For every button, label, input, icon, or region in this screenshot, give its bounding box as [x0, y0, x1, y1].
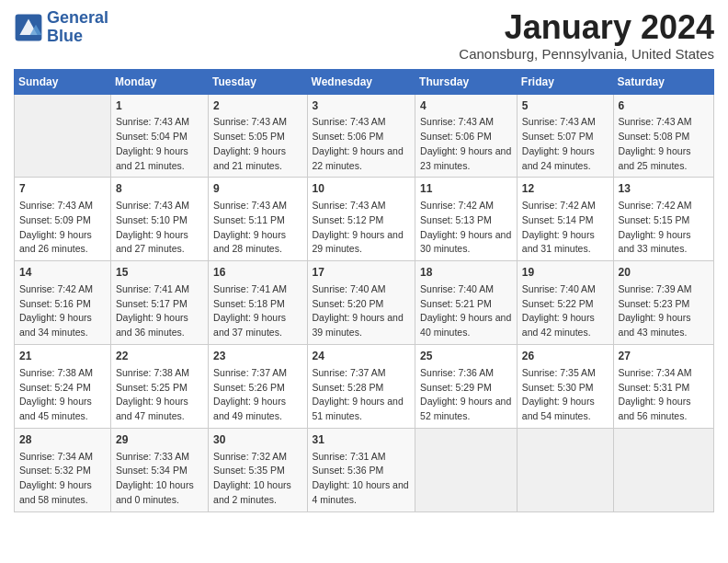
weekday-header: Monday: [111, 69, 209, 94]
calendar-cell: [415, 428, 518, 511]
day-number: 6: [619, 98, 709, 114]
calendar-cell: 22Sunrise: 7:38 AMSunset: 5:25 PMDayligh…: [111, 344, 209, 428]
day-info: Sunrise: 7:43 AMSunset: 5:09 PMDaylight:…: [19, 199, 106, 257]
weekday-header: Wednesday: [307, 69, 415, 94]
calendar-cell: 24Sunrise: 7:37 AMSunset: 5:28 PMDayligh…: [307, 344, 415, 428]
day-number: 3: [313, 98, 411, 114]
day-info: Sunrise: 7:42 AMSunset: 5:16 PMDaylight:…: [19, 282, 106, 340]
page-header: General Blue January 2024 Canonsburg, Pe…: [14, 9, 714, 62]
calendar-cell: [15, 94, 111, 178]
day-number: 1: [116, 98, 203, 114]
day-number: 25: [420, 349, 512, 364]
day-number: 14: [19, 265, 106, 281]
day-number: 2: [213, 98, 301, 114]
day-info: Sunrise: 7:42 AMSunset: 5:13 PMDaylight:…: [420, 199, 512, 257]
calendar-cell: 4Sunrise: 7:43 AMSunset: 5:06 PMDaylight…: [415, 94, 518, 178]
day-number: 21: [19, 349, 106, 364]
day-info: Sunrise: 7:42 AMSunset: 5:15 PMDaylight:…: [619, 199, 709, 257]
day-info: Sunrise: 7:43 AMSunset: 5:11 PMDaylight:…: [213, 199, 301, 257]
logo-text: General Blue: [47, 9, 108, 46]
day-number: 18: [420, 265, 512, 281]
day-info: Sunrise: 7:33 AMSunset: 5:34 PMDaylight:…: [116, 450, 203, 508]
calendar-cell: 5Sunrise: 7:43 AMSunset: 5:07 PMDaylight…: [517, 94, 613, 178]
calendar-cell: 12Sunrise: 7:42 AMSunset: 5:14 PMDayligh…: [517, 178, 613, 261]
day-info: Sunrise: 7:41 AMSunset: 5:18 PMDaylight:…: [213, 282, 301, 340]
weekday-header: Friday: [517, 69, 613, 94]
calendar-cell: 15Sunrise: 7:41 AMSunset: 5:17 PMDayligh…: [111, 261, 209, 345]
day-info: Sunrise: 7:35 AMSunset: 5:30 PMDaylight:…: [522, 366, 609, 424]
day-number: 12: [522, 181, 609, 197]
calendar-week-row: 21Sunrise: 7:38 AMSunset: 5:24 PMDayligh…: [15, 344, 714, 428]
calendar-cell: 18Sunrise: 7:40 AMSunset: 5:21 PMDayligh…: [415, 261, 518, 345]
day-info: Sunrise: 7:38 AMSunset: 5:25 PMDaylight:…: [116, 366, 203, 424]
day-info: Sunrise: 7:32 AMSunset: 5:35 PMDaylight:…: [213, 450, 301, 508]
calendar-cell: 23Sunrise: 7:37 AMSunset: 5:26 PMDayligh…: [209, 344, 307, 428]
day-info: Sunrise: 7:43 AMSunset: 5:08 PMDaylight:…: [619, 115, 709, 173]
day-number: 20: [619, 265, 709, 281]
day-info: Sunrise: 7:37 AMSunset: 5:26 PMDaylight:…: [213, 366, 301, 424]
calendar-cell: 7Sunrise: 7:43 AMSunset: 5:09 PMDaylight…: [15, 178, 111, 261]
day-info: Sunrise: 7:40 AMSunset: 5:21 PMDaylight:…: [420, 282, 512, 340]
day-number: 23: [213, 349, 301, 364]
calendar-cell: 3Sunrise: 7:43 AMSunset: 5:06 PMDaylight…: [307, 94, 415, 178]
day-info: Sunrise: 7:37 AMSunset: 5:28 PMDaylight:…: [313, 366, 411, 424]
calendar-cell: 1Sunrise: 7:43 AMSunset: 5:04 PMDaylight…: [111, 94, 209, 178]
calendar-cell: 10Sunrise: 7:43 AMSunset: 5:12 PMDayligh…: [307, 178, 415, 261]
month-title: January 2024: [459, 9, 714, 46]
day-info: Sunrise: 7:43 AMSunset: 5:12 PMDaylight:…: [313, 199, 411, 257]
calendar-cell: 6Sunrise: 7:43 AMSunset: 5:08 PMDaylight…: [613, 94, 713, 178]
day-number: 5: [522, 98, 609, 114]
calendar-cell: 25Sunrise: 7:36 AMSunset: 5:29 PMDayligh…: [415, 344, 518, 428]
day-number: 22: [116, 349, 203, 364]
calendar-week-row: 28Sunrise: 7:34 AMSunset: 5:32 PMDayligh…: [15, 428, 714, 511]
calendar-week-row: 14Sunrise: 7:42 AMSunset: 5:16 PMDayligh…: [15, 261, 714, 345]
day-info: Sunrise: 7:43 AMSunset: 5:06 PMDaylight:…: [313, 115, 411, 173]
day-number: 16: [213, 265, 301, 281]
day-info: Sunrise: 7:36 AMSunset: 5:29 PMDaylight:…: [420, 366, 512, 424]
day-info: Sunrise: 7:43 AMSunset: 5:06 PMDaylight:…: [420, 115, 512, 173]
day-number: 26: [522, 349, 609, 364]
location: Canonsburg, Pennsylvania, United States: [459, 46, 714, 62]
logo: General Blue: [14, 9, 108, 46]
logo-icon: [14, 13, 43, 42]
calendar-cell: 21Sunrise: 7:38 AMSunset: 5:24 PMDayligh…: [15, 344, 111, 428]
calendar-cell: 17Sunrise: 7:40 AMSunset: 5:20 PMDayligh…: [307, 261, 415, 345]
calendar-cell: 20Sunrise: 7:39 AMSunset: 5:23 PMDayligh…: [613, 261, 713, 345]
day-number: 28: [19, 432, 106, 448]
day-number: 8: [116, 181, 203, 197]
day-info: Sunrise: 7:43 AMSunset: 5:05 PMDaylight:…: [213, 115, 301, 173]
weekday-header: Tuesday: [209, 69, 307, 94]
day-number: 15: [116, 265, 203, 281]
day-info: Sunrise: 7:40 AMSunset: 5:22 PMDaylight:…: [522, 282, 609, 340]
day-info: Sunrise: 7:43 AMSunset: 5:07 PMDaylight:…: [522, 115, 609, 173]
calendar-cell: 31Sunrise: 7:31 AMSunset: 5:36 PMDayligh…: [307, 428, 415, 511]
day-number: 13: [619, 181, 709, 197]
calendar-cell: 30Sunrise: 7:32 AMSunset: 5:35 PMDayligh…: [209, 428, 307, 511]
day-info: Sunrise: 7:34 AMSunset: 5:32 PMDaylight:…: [19, 450, 106, 508]
day-number: 10: [313, 181, 411, 197]
calendar-cell: 11Sunrise: 7:42 AMSunset: 5:13 PMDayligh…: [415, 178, 518, 261]
day-number: 31: [313, 432, 411, 448]
day-info: Sunrise: 7:40 AMSunset: 5:20 PMDaylight:…: [313, 282, 411, 340]
calendar-cell: 8Sunrise: 7:43 AMSunset: 5:10 PMDaylight…: [111, 178, 209, 261]
calendar-cell: [517, 428, 613, 511]
calendar-table: SundayMondayTuesdayWednesdayThursdayFrid…: [14, 69, 714, 512]
calendar-cell: 27Sunrise: 7:34 AMSunset: 5:31 PMDayligh…: [613, 344, 713, 428]
day-number: 24: [313, 349, 411, 364]
day-info: Sunrise: 7:31 AMSunset: 5:36 PMDaylight:…: [313, 450, 411, 508]
day-number: 7: [19, 181, 106, 197]
weekday-header: Thursday: [415, 69, 518, 94]
weekday-header: Sunday: [15, 69, 111, 94]
calendar-cell: 13Sunrise: 7:42 AMSunset: 5:15 PMDayligh…: [613, 178, 713, 261]
day-number: 9: [213, 181, 301, 197]
calendar-cell: 26Sunrise: 7:35 AMSunset: 5:30 PMDayligh…: [517, 344, 613, 428]
day-number: 30: [213, 432, 301, 448]
title-block: January 2024 Canonsburg, Pennsylvania, U…: [459, 9, 714, 62]
calendar-week-row: 1Sunrise: 7:43 AMSunset: 5:04 PMDaylight…: [15, 94, 714, 178]
calendar-cell: 29Sunrise: 7:33 AMSunset: 5:34 PMDayligh…: [111, 428, 209, 511]
day-info: Sunrise: 7:41 AMSunset: 5:17 PMDaylight:…: [116, 282, 203, 340]
weekday-header: Saturday: [613, 69, 713, 94]
calendar-week-row: 7Sunrise: 7:43 AMSunset: 5:09 PMDaylight…: [15, 178, 714, 261]
calendar-cell: 9Sunrise: 7:43 AMSunset: 5:11 PMDaylight…: [209, 178, 307, 261]
calendar-cell: [613, 428, 713, 511]
